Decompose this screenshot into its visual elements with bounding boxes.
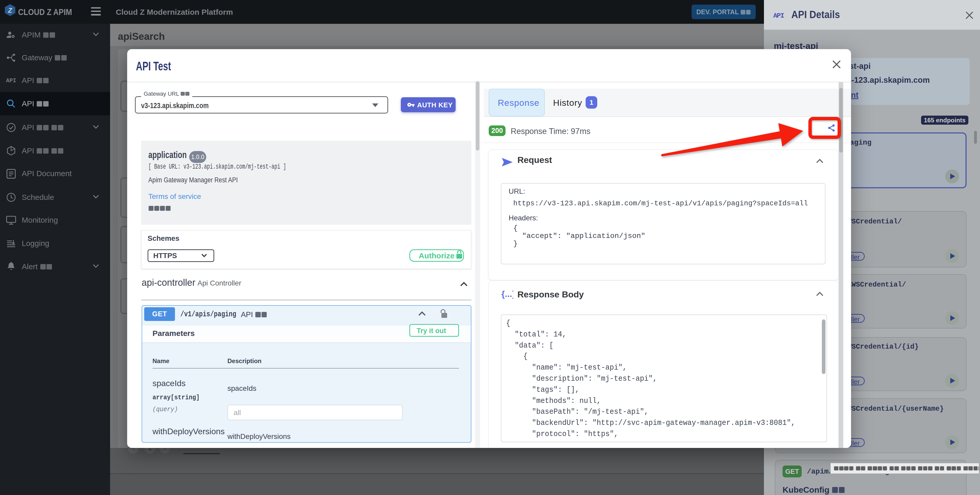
svg-text:{...}: {...} bbox=[501, 289, 513, 299]
svg-text:API: API bbox=[6, 78, 16, 84]
svg-text:Z: Z bbox=[8, 7, 13, 14]
